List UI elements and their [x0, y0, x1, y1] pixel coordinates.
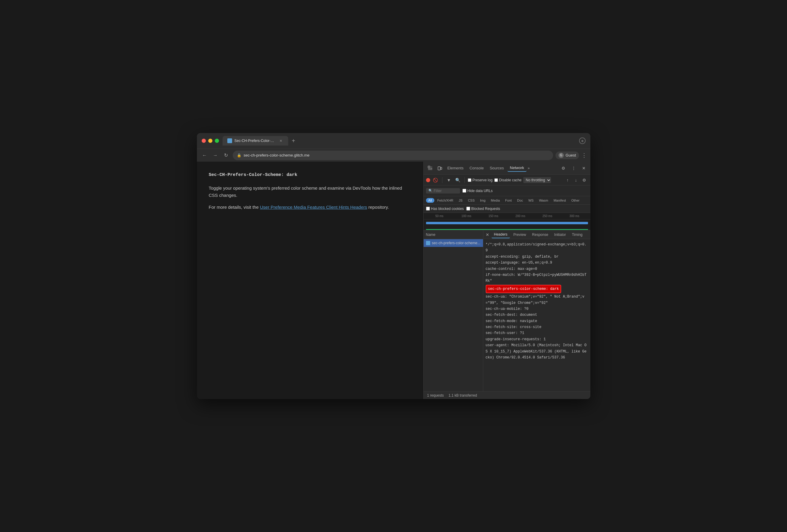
webpage-link[interactable]: User Preference Media Features Client Hi…	[260, 204, 367, 209]
tick-250ms: 250 ms	[534, 215, 561, 218]
devtools-close-button[interactable]: ✕	[580, 164, 588, 172]
globe-icon: ⊕	[579, 137, 586, 144]
detail-tab-preview[interactable]: Preview	[511, 231, 529, 238]
webpage-para2-prefix: For more details, visit the	[209, 204, 260, 209]
headers-content: */*;q=0.8,application/signed-exchange;v=…	[483, 239, 590, 391]
tab-elements[interactable]: Elements	[445, 164, 466, 172]
device-toolbar-button[interactable]	[435, 164, 444, 172]
tick-50ms: 50 ms	[426, 215, 453, 218]
details-tabs: ✕ Headers Preview Response Initiator	[483, 230, 590, 239]
refresh-button[interactable]: ↻	[222, 151, 230, 159]
filter-bar: 🔍 Hide data URLs	[424, 185, 590, 196]
network-row[interactable]: sec-ch-prefers-color-scheme...	[424, 239, 483, 247]
requests-count: 1 requests	[427, 393, 444, 398]
header-line: sec-fetch-mode: navigate	[486, 318, 588, 324]
header-line: sec-ch-ua-mobile: ?0	[486, 306, 588, 312]
tab-network[interactable]: Network	[508, 164, 527, 172]
download-button[interactable]: ↓	[573, 177, 580, 184]
type-filter-js[interactable]: JS	[456, 198, 465, 203]
type-filter-all[interactable]: All	[426, 198, 434, 203]
filter-input-wrap: 🔍	[426, 188, 460, 194]
svg-rect-2	[441, 167, 442, 170]
type-filter-manifest[interactable]: Manifest	[551, 198, 568, 203]
tab-close-button[interactable]: ×	[279, 138, 283, 143]
tab-bar: Sec-CH-Prefers-Color-Schem... × +	[222, 136, 575, 146]
timeline-green-line	[426, 229, 588, 230]
detail-tab-initiator[interactable]: Initiator	[552, 231, 568, 238]
network-file-list: Name sec-ch-prefers-color-scheme...	[424, 230, 483, 391]
tab-favicon	[227, 138, 232, 143]
url-text: sec-ch-prefers-color-scheme.glitch.me	[244, 153, 310, 157]
preserve-log-input[interactable]	[468, 178, 471, 182]
type-filter-media[interactable]: Media	[488, 198, 502, 203]
has-blocked-cookies-checkbox[interactable]	[426, 207, 430, 210]
blocked-requests-label[interactable]: Blocked Requests	[466, 207, 500, 211]
timeline-ruler: 50 ms 100 ms 150 ms 200 ms 250 ms 300 ms	[424, 213, 590, 220]
preserve-log-checkbox[interactable]: Preserve log	[468, 178, 492, 182]
lock-icon: 🔒	[237, 153, 241, 157]
maximize-traffic-light[interactable]	[215, 139, 219, 143]
inspect-element-button[interactable]	[426, 164, 434, 172]
search-button[interactable]: 🔍	[454, 177, 462, 184]
type-filter-ws[interactable]: WS	[526, 198, 536, 203]
filter-input[interactable]	[434, 189, 458, 193]
webpage-body: Toggle your operating system's preferred…	[209, 184, 411, 211]
browser-tab[interactable]: Sec-CH-Prefers-Color-Schem... ×	[222, 136, 288, 146]
has-blocked-cookies-label[interactable]: Has blocked cookies	[426, 207, 464, 211]
webpage-content: Sec-CH-Prefers-Color-Scheme: dark Toggle…	[197, 162, 423, 399]
url-bar[interactable]: 🔒 sec-ch-prefers-color-scheme.glitch.me	[233, 151, 553, 160]
devtools-more-tabs[interactable]: »	[528, 166, 530, 170]
type-filter-fetch[interactable]: Fetch/XHR	[435, 198, 456, 203]
disable-cache-input[interactable]	[494, 178, 498, 182]
throttling-select[interactable]: No throttling	[523, 177, 551, 183]
type-filter-font[interactable]: Font	[503, 198, 514, 203]
forward-button[interactable]: →	[211, 151, 219, 159]
header-line: sec-fetch-site: cross-site	[486, 324, 588, 330]
back-button[interactable]: ←	[200, 151, 209, 159]
traffic-lights	[202, 139, 219, 143]
network-settings-button[interactable]: ⚙	[581, 177, 588, 184]
filter-button[interactable]: ▼	[445, 177, 452, 184]
type-filter-wasm[interactable]: Wasm	[537, 198, 551, 203]
svg-rect-0	[428, 166, 430, 168]
blocked-requests-checkbox[interactable]	[466, 207, 470, 210]
webpage-para1: Toggle your operating system's preferred…	[209, 184, 411, 199]
hide-data-urls-checkbox[interactable]	[463, 189, 466, 193]
devtools-toolbar: 🚫 ▼ 🔍 Preserve log Disable cache No thro…	[424, 175, 590, 185]
close-traffic-light[interactable]	[202, 139, 206, 143]
header-highlighted-line: sec-ch-prefers-color-scheme: dark	[486, 285, 561, 293]
webpage-title: Sec-CH-Prefers-Color-Scheme: dark	[209, 172, 411, 177]
header-line: cache-control: max-age=0	[486, 266, 588, 272]
new-tab-button[interactable]: +	[290, 137, 298, 145]
details-close-button[interactable]: ✕	[485, 232, 490, 238]
detail-tab-timing[interactable]: Timing	[570, 231, 585, 238]
tick-100ms: 100 ms	[453, 215, 480, 218]
tab-sources[interactable]: Sources	[487, 164, 506, 172]
type-filter-css[interactable]: CSS	[465, 198, 477, 203]
type-filter-img[interactable]: Img	[477, 198, 488, 203]
address-bar-right: G Guest ⋮	[555, 152, 587, 159]
devtools-settings-button[interactable]: ⚙	[559, 164, 568, 172]
type-filter-doc[interactable]: Doc	[515, 198, 525, 203]
header-line: */*;q=0.8,application/signed-exchange;v=…	[486, 242, 588, 254]
minimize-traffic-light[interactable]	[208, 139, 212, 143]
user-button[interactable]: G Guest	[555, 152, 579, 159]
header-line: sec-ch-ua: "Chromium";v="92", " Not A;Br…	[486, 294, 588, 306]
network-details: ✕ Headers Preview Response Initiator	[483, 230, 590, 391]
disable-cache-checkbox[interactable]: Disable cache	[494, 178, 522, 182]
network-name-header: Name	[424, 230, 483, 239]
type-filter-other[interactable]: Other	[569, 198, 582, 203]
tab-console[interactable]: Console	[467, 164, 486, 172]
upload-button[interactable]: ↑	[564, 177, 571, 184]
browser-window: Sec-CH-Prefers-Color-Schem... × + ⊕ ← → …	[197, 133, 590, 399]
tick-200ms: 200 ms	[507, 215, 534, 218]
clear-button[interactable]: 🚫	[432, 177, 439, 184]
hide-data-urls-label[interactable]: Hide data URLs	[463, 189, 493, 193]
main-content: Sec-CH-Prefers-Color-Scheme: dark Toggle…	[197, 162, 590, 399]
record-button[interactable]	[426, 178, 430, 182]
header-line: accept-encoding: gzip, deflate, br	[486, 254, 588, 260]
devtools-menu-button[interactable]: ⋮	[570, 164, 578, 172]
detail-tab-headers[interactable]: Headers	[492, 231, 510, 238]
detail-tab-response[interactable]: Response	[530, 231, 551, 238]
browser-menu-button[interactable]: ⋮	[581, 152, 587, 159]
